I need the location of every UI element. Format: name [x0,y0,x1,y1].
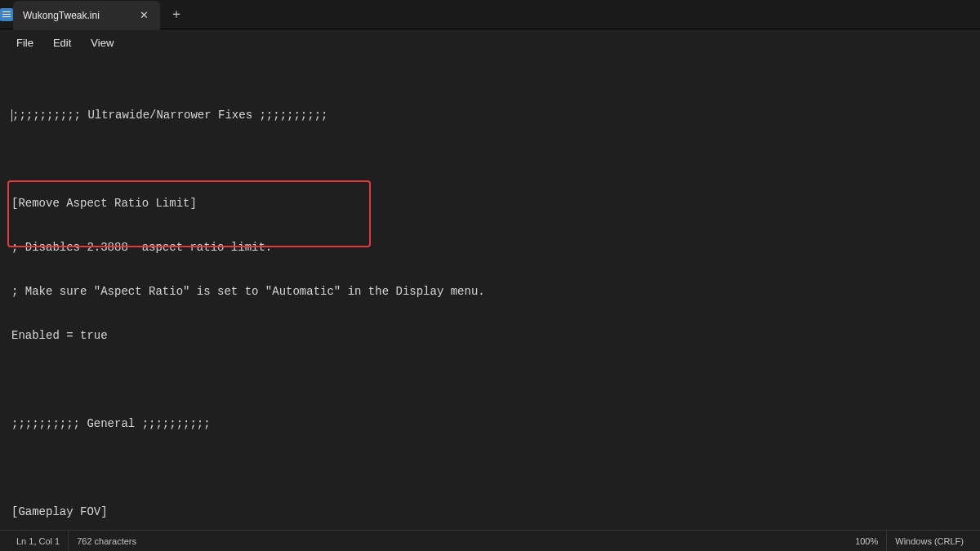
menu-edit[interactable]: Edit [43,33,81,52]
text-line: ; Disables 2.3888~ aspect ratio limit. [11,240,969,255]
editor-area[interactable]: ;;;;;;;;;; Ultrawide/Narrower Fixes ;;;;… [0,56,980,530]
text-line: [Gameplay FOV] [11,504,969,519]
text-line: [Remove Aspect Ratio Limit] [11,196,969,211]
new-tab-button[interactable]: ＋ [165,3,188,26]
menu-file[interactable]: File [7,33,43,52]
status-eol[interactable]: Windows (CRLF) [887,531,972,552]
titlebar: WukongTweak.ini ✕ ＋ [0,0,980,29]
menubar: File Edit View [0,29,980,56]
menu-view[interactable]: View [81,33,123,52]
text-line: Enabled = true [11,328,969,343]
statusbar: Ln 1, Col 1 762 characters 100% Windows … [0,530,980,551]
status-zoom[interactable]: 100% [847,531,887,552]
text-line: ;;;;;;;;;; General ;;;;;;;;;; [11,416,969,431]
text-line: ; Make sure "Aspect Ratio" is set to "Au… [11,284,969,299]
status-position[interactable]: Ln 1, Col 1 [8,531,69,552]
highlight-annotation [7,180,371,247]
close-icon[interactable]: ✕ [137,9,150,22]
tab-active[interactable]: WukongTweak.ini ✕ [13,1,160,30]
text-line: ;;;;;;;;;; Ultrawide/Narrower Fixes ;;;;… [11,108,969,122]
app-icon [0,8,13,21]
tab-title: WukongTweak.ini [23,10,137,21]
status-char-count[interactable]: 762 characters [69,531,145,552]
